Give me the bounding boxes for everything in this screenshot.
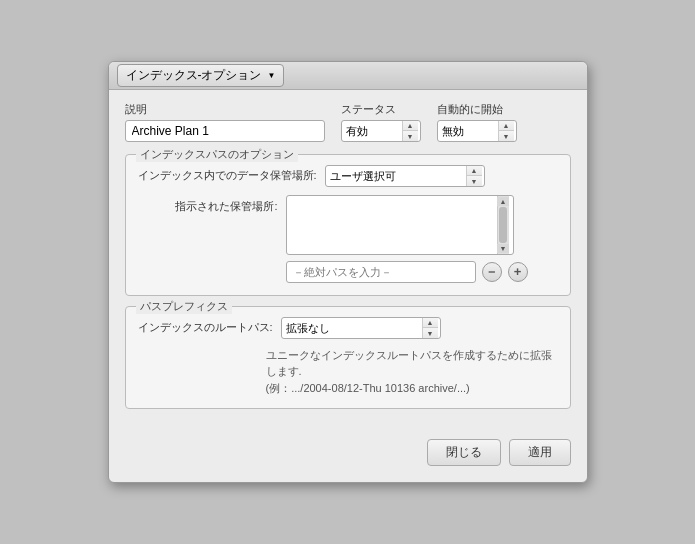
- root-path-row: インデックスのルートパス: 拡張なし 日付 その他 ▲ ▼: [138, 317, 558, 339]
- path-prefix-panel-title: パスプレフィクス: [136, 299, 232, 314]
- scrollbar: ▲ ▼: [497, 196, 509, 254]
- status-group: ステータス 有効 無効 ▲ ▼: [341, 102, 421, 142]
- storage-arrows: ▲ ▼: [466, 166, 482, 186]
- status-select[interactable]: 有効 無効: [342, 125, 402, 137]
- storage-label: インデックス内でのデータ保管場所:: [138, 168, 317, 183]
- path-textarea[interactable]: [287, 196, 497, 254]
- status-select-box: 有効 無効 ▲ ▼: [341, 120, 421, 142]
- status-arrow-up[interactable]: ▲: [403, 121, 418, 132]
- root-arrow-up[interactable]: ▲: [423, 318, 438, 329]
- index-path-panel: インデックスパスのオプション インデックス内でのデータ保管場所: ユーザ選択可 …: [125, 154, 571, 296]
- bottom-buttons: 閉じる 適用: [109, 439, 587, 466]
- index-path-panel-title: インデックスパスのオプション: [136, 147, 298, 162]
- auto-arrow-up[interactable]: ▲: [499, 121, 514, 132]
- remove-path-button[interactable]: －: [482, 262, 502, 282]
- auto-start-select-box: 有効 無効 ▲ ▼: [437, 120, 517, 142]
- scroll-up-arrow[interactable]: ▲: [497, 197, 509, 206]
- info-text-block: ユニークなインデックスルートパスを作成するために拡張します. (例：.../20…: [266, 347, 558, 397]
- auto-start-select[interactable]: 有効 無効: [438, 125, 498, 137]
- scroll-down-arrow[interactable]: ▼: [497, 244, 509, 253]
- auto-arrow-down[interactable]: ▼: [499, 131, 514, 141]
- scrollbar-thumb[interactable]: [499, 207, 507, 243]
- storage-row: インデックス内でのデータ保管場所: ユーザ選択可 指定 ▲ ▼: [138, 165, 558, 187]
- add-path-button[interactable]: +: [508, 262, 528, 282]
- specified-label: 指示された保管場所:: [138, 195, 278, 214]
- status-arrows: ▲ ▼: [402, 121, 418, 141]
- status-label: ステータス: [341, 102, 421, 117]
- auto-start-arrows: ▲ ▼: [498, 121, 514, 141]
- info-line2: (例：.../2004-08/12-Thu 10136 archive/...): [266, 380, 558, 397]
- root-path-select[interactable]: 拡張なし 日付 その他: [282, 322, 422, 334]
- storage-arrow-up[interactable]: ▲: [467, 166, 482, 177]
- path-prefix-panel: パスプレフィクス インデックスのルートパス: 拡張なし 日付 その他 ▲ ▼: [125, 306, 571, 410]
- description-input[interactable]: [125, 120, 325, 142]
- root-path-arrows: ▲ ▼: [422, 318, 438, 338]
- root-path-label: インデックスのルートパス:: [138, 320, 273, 335]
- root-arrow-down[interactable]: ▼: [423, 328, 438, 338]
- storage-arrow-down[interactable]: ▼: [467, 176, 482, 186]
- auto-start-group: 自動的に開始 有効 無効 ▲ ▼: [437, 102, 517, 142]
- auto-start-label: 自動的に開始: [437, 102, 517, 117]
- root-path-select-box: 拡張なし 日付 その他 ▲ ▼: [281, 317, 441, 339]
- description-group: 説明: [125, 102, 325, 142]
- description-label: 説明: [125, 102, 325, 117]
- close-button[interactable]: 閉じる: [427, 439, 501, 466]
- apply-button[interactable]: 適用: [509, 439, 571, 466]
- toolbar: インデックス-オプション ▼: [109, 62, 587, 90]
- storage-select-box: ユーザ選択可 指定 ▲ ▼: [325, 165, 485, 187]
- dialog: インデックス-オプション ▼ 説明 ステータス 有効 無効 ▲ ▼: [108, 61, 588, 484]
- options-menu-button[interactable]: インデックス-オプション ▼: [117, 64, 285, 87]
- path-textarea-container: ▲ ▼: [286, 195, 514, 255]
- abs-path-row: － +: [286, 261, 558, 283]
- status-arrow-down[interactable]: ▼: [403, 131, 418, 141]
- top-fields-row: 説明 ステータス 有効 無効 ▲ ▼ 自動的に開始: [125, 102, 571, 142]
- storage-select[interactable]: ユーザ選択可 指定: [326, 170, 466, 182]
- options-menu-label: インデックス-オプション: [126, 67, 262, 84]
- info-line1: ユニークなインデックスルートパスを作成するために拡張します.: [266, 347, 558, 380]
- chevron-down-icon: ▼: [268, 71, 276, 80]
- specified-location-row: 指示された保管場所: ▲ ▼: [138, 195, 558, 255]
- abs-path-input[interactable]: [286, 261, 476, 283]
- main-content: 説明 ステータス 有効 無効 ▲ ▼ 自動的に開始: [109, 90, 587, 432]
